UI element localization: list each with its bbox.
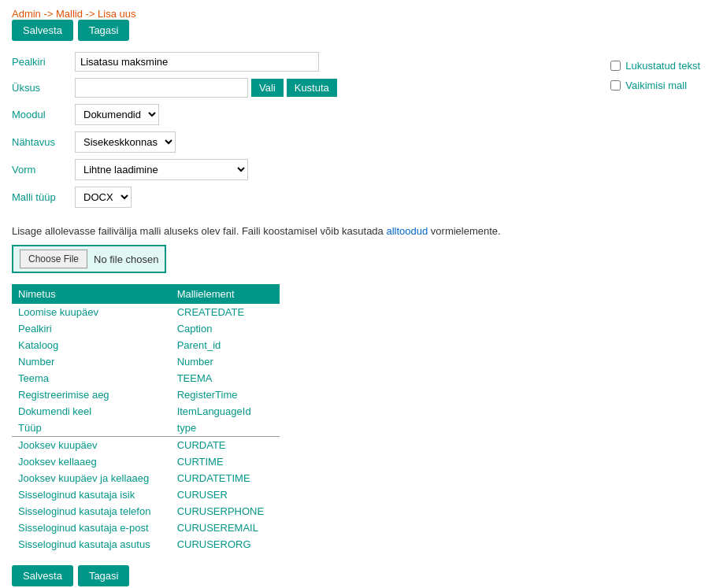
moodul-select[interactable]: Dokumendid: [75, 104, 159, 125]
table-cell-mallielement: Number: [171, 353, 280, 370]
table-cell-nimetus: Sisseloginud kasutaja telefon: [12, 503, 171, 520]
table-row: PealkiriCaption: [12, 320, 280, 337]
table-row: NumberNumber: [12, 353, 280, 370]
table-cell-nimetus: Jooksev kellaaeg: [12, 453, 171, 470]
pealkiri-input[interactable]: [75, 52, 319, 72]
table-cell-mallielement: CURDATE: [171, 437, 280, 454]
table-row: Sisseloginud kasutaja e-postCURUSEREMAIL: [12, 520, 280, 536]
tagasi-button-top[interactable]: Tagasi: [78, 20, 130, 41]
vorm-row: Vorm Lihtne laadimine: [12, 159, 579, 180]
nahtavus-row: Nähtavus Sisekeskkonnas: [12, 131, 579, 153]
table-cell-nimetus: Jooksev kuupäev ja kellaaeg: [12, 470, 171, 486]
top-buttons-area: Salvesta Tagasi: [12, 20, 700, 41]
file-no-chosen-text: No file chosen: [94, 253, 158, 265]
table-cell-nimetus: Teema: [12, 370, 171, 386]
table-row: Jooksev kuupäevCURDATE: [12, 437, 280, 454]
table-cell-mallielement: TEEMA: [171, 370, 280, 386]
vorm-select[interactable]: Lihtne laadimine: [75, 159, 248, 180]
table-cell-mallielement: CURUSERPHONE: [171, 503, 280, 520]
table-cell-mallielement: CREATEDATE: [171, 304, 280, 320]
malli-tyyp-row: Malli tüüp DOCXDOCPDF: [12, 187, 579, 208]
malli-tyyp-label: Malli tüüp: [12, 191, 75, 203]
table-cell-nimetus: Pealkiri: [12, 320, 171, 337]
pealkiri-label: Pealkiri: [12, 56, 75, 68]
table-row: Loomise kuupäevCREATEDATE: [12, 304, 280, 320]
table-cell-mallielement: Caption: [171, 320, 280, 337]
choose-file-button[interactable]: Choose File: [20, 250, 87, 268]
table-row: Tüüptype: [12, 420, 280, 437]
table-cell-nimetus: Sisseloginud kasutaja e-post: [12, 520, 171, 536]
table-cell-nimetus: Loomise kuupäev: [12, 304, 171, 320]
table-cell-nimetus: Sisseloginud kasutaja asutus: [12, 536, 171, 553]
table-cell-nimetus: Number: [12, 353, 171, 370]
table-row: Sisseloginud kasutaja telefonCURUSERPHON…: [12, 503, 280, 520]
salvesta-button-bottom[interactable]: Salvesta: [12, 565, 73, 586]
table-row: Jooksev kuupäev ja kellaaegCURDATETIME: [12, 470, 280, 486]
table-row: Registreerimise aegRegisterTime: [12, 386, 280, 403]
table-col-mallielement: Mallielement: [171, 284, 280, 304]
uksus-row: Üksus Vali Kustuta: [12, 78, 579, 98]
vaikimisi-row: Vaikimisi mall: [610, 80, 700, 91]
moodul-row: Moodul Dokumendid: [12, 104, 579, 125]
breadcrumb: Admin -> Mallid -> Lisa uus: [12, 8, 700, 20]
salvesta-button-top[interactable]: Salvesta: [12, 20, 73, 41]
table-cell-nimetus: Dokumendi keel: [12, 403, 171, 420]
table-col-nimetus: Nimetus: [12, 284, 171, 304]
form-left: Pealkiri Üksus Vali Kustuta Moodul Dokum…: [12, 52, 579, 214]
nahtavus-label: Nähtavus: [12, 136, 75, 148]
table-cell-nimetus: Jooksev kuupäev: [12, 437, 171, 454]
uksus-label: Üksus: [12, 82, 75, 94]
alltoodud-link[interactable]: alltoodud: [386, 225, 428, 237]
table-cell-mallielement: CURUSEREMAIL: [171, 520, 280, 536]
table-cell-mallielement: type: [171, 420, 280, 437]
table-row: KataloogParent_id: [12, 337, 280, 353]
pealkiri-row: Pealkiri: [12, 52, 579, 72]
bottom-buttons-area: Salvesta Tagasi: [12, 565, 700, 586]
vaikimisi-checkbox[interactable]: [610, 80, 621, 91]
vali-button[interactable]: Vali: [251, 79, 284, 97]
table-row: Sisseloginud kasutaja asutusCURUSERORG: [12, 536, 280, 553]
kustuta-button[interactable]: Kustuta: [287, 79, 337, 97]
table-cell-nimetus: Sisseloginud kasutaja isik: [12, 486, 171, 503]
tagasi-button-bottom[interactable]: Tagasi: [78, 565, 130, 586]
nahtavus-select[interactable]: Sisekeskkonnas: [75, 131, 176, 153]
table-row: Jooksev kellaaegCURTIME: [12, 453, 280, 470]
description-text: Lisage allolevasse failivälija malli alu…: [12, 225, 700, 237]
table-cell-mallielement: CURDATETIME: [171, 470, 280, 486]
file-input-box: Choose File No file chosen: [12, 245, 166, 273]
vaikimisi-label: Vaikimisi mall: [625, 80, 687, 91]
vorm-label: Vorm: [12, 164, 75, 176]
table-row: TeemaTEEMA: [12, 370, 280, 386]
lukustatud-checkbox[interactable]: [610, 61, 621, 71]
table-cell-mallielement: CURUSER: [171, 486, 280, 503]
table-cell-nimetus: Kataloog: [12, 337, 171, 353]
table-row: Sisseloginud kasutaja isikCURUSER: [12, 486, 280, 503]
file-input-wrapper: Choose File No file chosen: [12, 245, 700, 273]
mallielement-table: Nimetus Mallielement Loomise kuupäevCREA…: [12, 284, 280, 553]
lukustatud-row: Lukustatud tekst: [610, 60, 700, 72]
table-row: Dokumendi keelItemLanguageId: [12, 403, 280, 420]
malli-tyyp-select[interactable]: DOCXDOCPDF: [75, 187, 132, 208]
table-cell-mallielement: RegisterTime: [171, 386, 280, 403]
table-cell-nimetus: Tüüp: [12, 420, 171, 437]
table-cell-mallielement: CURTIME: [171, 453, 280, 470]
moodul-label: Moodul: [12, 109, 75, 120]
table-cell-mallielement: ItemLanguageId: [171, 403, 280, 420]
table-cell-mallielement: CURUSERORG: [171, 536, 280, 553]
form-right: Lukustatud tekst Vaikimisi mall: [610, 52, 700, 214]
table-cell-mallielement: Parent_id: [171, 337, 280, 353]
uksus-input[interactable]: [75, 78, 248, 98]
lukustatud-label: Lukustatud tekst: [625, 60, 700, 72]
table-cell-nimetus: Registreerimise aeg: [12, 386, 171, 403]
form-area: Pealkiri Üksus Vali Kustuta Moodul Dokum…: [12, 52, 700, 214]
